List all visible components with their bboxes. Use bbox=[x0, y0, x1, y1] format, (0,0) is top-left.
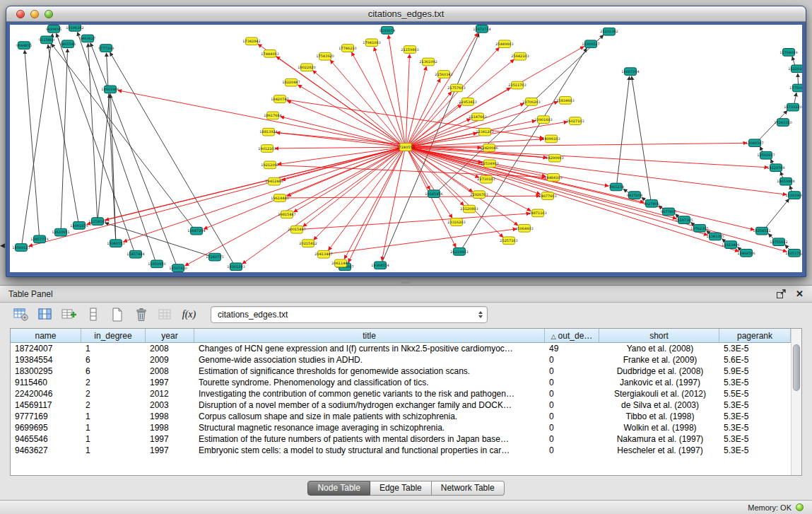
graph-node[interactable]: 19412446 bbox=[265, 177, 283, 185]
graph-node[interactable]: 15040553 bbox=[107, 240, 124, 247]
table-cell[interactable]: 5.3E-5 bbox=[719, 411, 791, 422]
column-header-year[interactable]: year bbox=[146, 329, 194, 343]
graph-node[interactable]: 26027103 bbox=[566, 117, 584, 125]
graph-node[interactable]: 18301293 bbox=[227, 263, 245, 271]
table-cell[interactable]: 1997 bbox=[146, 433, 194, 445]
column-header-name[interactable]: name bbox=[11, 329, 81, 343]
table-cell[interactable]: 2008 bbox=[146, 366, 194, 377]
graph-node[interactable]: 18617684 bbox=[264, 112, 281, 119]
tab-edge-table[interactable]: Edge Table bbox=[370, 481, 432, 496]
graph-node[interactable]: 21560342 bbox=[435, 71, 452, 78]
table-cell[interactable]: 2003 bbox=[146, 399, 194, 411]
graph-edge[interactable] bbox=[632, 76, 651, 201]
delete-table-button[interactable] bbox=[131, 305, 151, 324]
graph-node[interactable]: 14659808 bbox=[777, 177, 794, 185]
table-cell[interactable]: 1997 bbox=[146, 377, 194, 388]
graph-node[interactable]: 18813924 bbox=[259, 128, 277, 136]
table-cell[interactable]: Corpus callosum shape and size in male p… bbox=[194, 411, 545, 422]
graph-edge[interactable] bbox=[794, 93, 796, 105]
table-cell[interactable]: 2 bbox=[81, 399, 146, 411]
graph-node[interactable]: 19815447 bbox=[278, 211, 295, 218]
graph-node[interactable]: 22420046 bbox=[480, 144, 498, 152]
graph-edge[interactable] bbox=[410, 148, 754, 230]
graph-edge[interactable] bbox=[107, 53, 116, 240]
table-cell[interactable]: 0 bbox=[545, 399, 599, 411]
graph-edge[interactable] bbox=[798, 74, 799, 86]
graph-node[interactable]: 22730103 bbox=[477, 175, 495, 183]
graph-node[interactable]: 22147603 bbox=[469, 113, 486, 121]
graph-node[interactable]: 9463627 bbox=[80, 35, 95, 42]
graph-node[interactable]: 23120803 bbox=[460, 205, 478, 213]
table-cell[interactable]: 0 bbox=[545, 388, 599, 399]
table-cell[interactable]: 22420046 bbox=[11, 388, 81, 399]
close-panel-icon[interactable]: ✕ bbox=[796, 289, 804, 298]
graph-edge[interactable] bbox=[617, 76, 630, 185]
graph-node[interactable]: 24096103 bbox=[542, 135, 560, 143]
table-cell[interactable]: 0 bbox=[545, 411, 599, 422]
table-row[interactable]: 1872400712008Changes of HCN gene express… bbox=[11, 343, 791, 354]
table-cell[interactable]: Estimation of significance thresholds fo… bbox=[194, 366, 545, 377]
graph-node[interactable]: 16220109 bbox=[788, 65, 802, 73]
table-cell[interactable]: 2008 bbox=[146, 343, 194, 354]
graph-edge[interactable] bbox=[78, 32, 156, 261]
graph-node[interactable]: 22926703 bbox=[470, 191, 488, 199]
graph-node[interactable]: 9027406 bbox=[644, 199, 659, 207]
table-cell[interactable]: 1997 bbox=[146, 445, 194, 456]
graph-edge[interactable] bbox=[406, 54, 409, 144]
column-header-short[interactable]: short bbox=[599, 329, 719, 343]
table-cell[interactable]: Franke et al. (2009) bbox=[599, 354, 719, 366]
table-cell[interactable]: 9465546 bbox=[11, 433, 81, 445]
table-row[interactable]: 969969511998Structural magnetic resonanc… bbox=[11, 422, 791, 433]
table-cell[interactable]: Tourette syndrome. Phenomenology and cla… bbox=[194, 377, 545, 388]
graph-edge[interactable] bbox=[52, 44, 194, 229]
column-header-title[interactable]: title bbox=[194, 329, 545, 343]
graph-node[interactable]: 8193074 bbox=[379, 26, 395, 34]
table-row[interactable]: 911546021997Tourette syndrome. Phenomeno… bbox=[11, 377, 791, 388]
table-row[interactable]: 946362711997Embryonic stem cells: a mode… bbox=[11, 445, 791, 456]
graph-node[interactable]: 11254544 bbox=[88, 218, 106, 226]
graph-node[interactable]: 17243310 bbox=[774, 119, 792, 127]
table-cell[interactable]: 5.3E-5 bbox=[719, 343, 791, 354]
new-table-button[interactable] bbox=[107, 305, 126, 324]
graph-node[interactable]: 22534903 bbox=[481, 160, 498, 168]
graph-node[interactable]: 9699695 bbox=[46, 25, 61, 33]
table-cell[interactable]: 5.6E-5 bbox=[719, 354, 791, 366]
graph-node[interactable]: 25834603 bbox=[556, 97, 574, 105]
table-cell[interactable]: 5.9E-5 bbox=[719, 366, 791, 377]
table-cell[interactable]: Wolkin et al. (1998) bbox=[599, 422, 719, 433]
graph-node[interactable]: 9044855 bbox=[16, 42, 32, 49]
graph-node[interactable]: 15972734 bbox=[473, 25, 490, 33]
graph-node[interactable]: 17342842 bbox=[242, 37, 260, 45]
graph-node[interactable]: 11923406 bbox=[722, 241, 739, 249]
table-cell[interactable]: 1998 bbox=[146, 422, 194, 433]
table-cell[interactable]: 2 bbox=[81, 377, 146, 388]
table-row[interactable]: 1830029562008Estimation of significance … bbox=[11, 366, 791, 377]
graph-node[interactable]: 14569117 bbox=[12, 244, 30, 252]
table-cell[interactable]: Embryonic stem cells: a model to study s… bbox=[194, 445, 545, 456]
table-cell[interactable]: 19384554 bbox=[11, 354, 81, 366]
graph-node[interactable]: 21757603 bbox=[447, 84, 465, 92]
table-cell[interactable]: Investigating the contribution of common… bbox=[194, 388, 545, 399]
table-selector-dropdown[interactable]: citations_edges.txt bbox=[211, 306, 488, 323]
graph-node[interactable]: 14129708 bbox=[767, 164, 784, 172]
table-row[interactable]: 1938455462009Genome-wide association stu… bbox=[11, 354, 791, 366]
table-cell[interactable]: 2 bbox=[81, 388, 146, 399]
graph-node[interactable]: 25449603 bbox=[495, 40, 513, 48]
graph-edge[interactable] bbox=[275, 147, 401, 148]
table-cell[interactable]: 5.3E-5 bbox=[719, 433, 791, 445]
table-cell[interactable]: 6 bbox=[81, 354, 146, 366]
table-row[interactable]: 1456911722003Disruption of a novel membe… bbox=[11, 399, 791, 411]
table-cell[interactable]: 1 bbox=[81, 445, 146, 456]
table-cell[interactable]: 1 bbox=[81, 411, 146, 422]
graph-node[interactable]: 13592607 bbox=[757, 151, 775, 159]
graph-node[interactable]: 15457404 bbox=[126, 250, 144, 258]
table-cell[interactable]: Estimation of the future numbers of pati… bbox=[194, 433, 545, 445]
graph-node[interactable]: 23901603 bbox=[534, 116, 552, 124]
graph-edge[interactable] bbox=[281, 117, 401, 146]
table-cell[interactable]: 5.5E-5 bbox=[719, 388, 791, 399]
graph-edge[interactable] bbox=[90, 43, 177, 266]
graph-node[interactable]: 10196342 bbox=[66, 25, 83, 31]
graph-node[interactable]: 18755612 bbox=[770, 238, 787, 246]
graph-node[interactable]: 19012103 bbox=[258, 145, 276, 153]
graph-node[interactable]: 23706203 bbox=[522, 98, 540, 106]
